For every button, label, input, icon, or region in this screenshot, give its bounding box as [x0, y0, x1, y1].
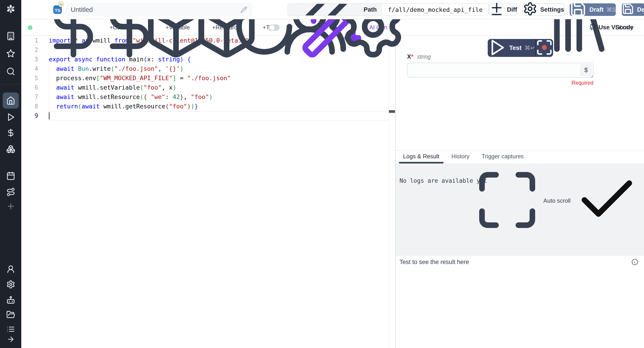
- home-icon: [6, 96, 15, 105]
- test-label: Test: [509, 44, 522, 52]
- line-number: 3: [21, 55, 38, 64]
- workspace-icon[interactable]: [6, 32, 15, 40]
- code-line: await wmill.setVariable("foo", x): [49, 83, 249, 92]
- favorites-icon[interactable]: [6, 49, 15, 58]
- overview-ruler-cursor-marker: [389, 110, 395, 113]
- argument-header: X* string: [407, 53, 431, 60]
- test-button[interactable]: Test ⌘↵: [488, 39, 535, 57]
- logs-panel: Auto scroll No logs are available yet: [396, 164, 644, 255]
- lsp-status-dot: [28, 25, 32, 30]
- script-title-field[interactable]: Untitled: [66, 3, 252, 16]
- search-icon[interactable]: [6, 67, 15, 76]
- line-number: 7: [21, 92, 38, 102]
- code-line: await wmill.setResource({ "we": 42}, "fo…: [49, 92, 249, 102]
- diff-icon: [489, 2, 504, 18]
- path-editor[interactable]: Path f/all/demo_mocked_api_file: [288, 3, 489, 16]
- overview-ruler: [389, 36, 389, 348]
- sidebar-item-home[interactable]: [3, 92, 19, 108]
- path-label: Path: [364, 6, 377, 13]
- bun-runtime-badge-icon: [58, 1, 64, 7]
- save-icon: [622, 3, 634, 16]
- diff-button[interactable]: Diff: [489, 3, 518, 16]
- argument-x-input[interactable]: [410, 64, 566, 76]
- code-line: [49, 111, 249, 120]
- line-number: 5: [21, 74, 38, 83]
- line-number: 1: [21, 36, 38, 45]
- draft-label: Draft: [589, 6, 604, 13]
- argument-name: X: [407, 53, 411, 60]
- tab-trigger-captures[interactable]: Trigger captures: [478, 151, 528, 164]
- sidebar: [0, 0, 21, 348]
- gear-icon: [523, 2, 537, 18]
- github-icon: [589, 24, 596, 31]
- variables-icon[interactable]: [6, 128, 15, 137]
- result-placeholder: Test to see the result here: [400, 259, 469, 266]
- expand-sidebar-icon[interactable]: [7, 335, 15, 343]
- user-icon[interactable]: [6, 265, 15, 274]
- draft-shortcut: ⌘S: [606, 6, 616, 13]
- line-number: 8: [21, 102, 38, 111]
- result-tabs: Logs & ResultHistoryTrigger captures: [396, 150, 644, 164]
- editor-settings-button[interactable]: [340, 19, 407, 36]
- auto-scroll-toggle[interactable]: Auto scroll: [474, 166, 640, 235]
- no-logs-message: No logs are available yet: [400, 177, 487, 184]
- path-value: f/all/demo_mocked_api_file: [382, 4, 488, 16]
- argument-input-wrap: $: [407, 63, 594, 78]
- preview-panel: Test ⌘↵ X* string $ Required Logs & Resu…: [396, 36, 644, 348]
- info-icon[interactable]: [632, 259, 638, 265]
- text-cursor: [49, 112, 50, 119]
- tab-history[interactable]: History: [448, 151, 474, 164]
- path-label-section[interactable]: Path: [288, 4, 382, 16]
- deploy-button[interactable]: Deploy: [622, 3, 644, 16]
- test-button-group: Test ⌘↵: [488, 39, 553, 57]
- check-icon: [573, 166, 640, 235]
- result-panel: Test to see the result here: [396, 255, 644, 348]
- resources-icon[interactable]: [6, 145, 15, 154]
- audit-logs-icon[interactable]: [6, 325, 15, 334]
- code-line: process.env["WM_MOCKED_API_FILE"] = "./f…: [49, 74, 249, 83]
- folders-icon[interactable]: [6, 310, 15, 319]
- workers-icon[interactable]: [6, 295, 15, 304]
- test-shortcut: ⌘↵: [524, 44, 535, 52]
- deploy-label: Deploy: [637, 6, 644, 13]
- editor-toolbar: +Context var +Variable +Resource +Type R…: [21, 19, 644, 36]
- runs-icon[interactable]: [6, 113, 15, 122]
- line-number-gutter: 123456789: [21, 36, 38, 120]
- line-number: 4: [21, 64, 38, 74]
- play-icon: [488, 39, 506, 57]
- expand-logs-icon[interactable]: [474, 166, 541, 235]
- schedules-icon[interactable]: [6, 171, 15, 180]
- use-vscode-button[interactable]: Use VScode: [589, 19, 634, 36]
- code-line: await Bun.write("./foo.json", '{}'): [49, 64, 249, 74]
- routes-icon[interactable]: [6, 188, 15, 196]
- settings-label: Settings: [540, 6, 564, 13]
- settings-button[interactable]: Settings: [522, 3, 564, 16]
- windmill-script-editor: TS Untitled Path f/all/demo_mocked_api_f…: [0, 0, 644, 348]
- use-vscode-label: Use VScode: [598, 24, 634, 31]
- topbar: TS Untitled Path f/all/demo_mocked_api_f…: [21, 0, 644, 19]
- line-number: 2: [21, 45, 38, 55]
- required-warning: Required: [407, 80, 594, 86]
- sidebar-divider: [0, 84, 21, 84]
- required-asterisk: *: [411, 53, 414, 60]
- code-line: return(await wmill.getResource("foo"))}: [49, 102, 249, 111]
- resize-grip-icon[interactable]: [589, 73, 594, 78]
- edit-path-icon: [293, 3, 360, 16]
- save-draft-button[interactable]: Draft ⌘S: [570, 3, 616, 16]
- workspace-settings-icon[interactable]: [6, 280, 15, 289]
- tab-logs-result[interactable]: Logs & Result: [399, 151, 443, 164]
- code-editor[interactable]: 123456789 import * as wmill from "windmi…: [21, 36, 395, 348]
- diff-label: Diff: [507, 6, 517, 13]
- line-number: 9: [21, 111, 38, 120]
- windmill-logo-icon[interactable]: [6, 4, 16, 14]
- auto-scroll-label: Auto scroll: [544, 197, 570, 204]
- edit-title-icon[interactable]: [240, 6, 247, 13]
- argument-type: string: [417, 54, 431, 60]
- save-icon: [570, 0, 586, 19]
- script-title: Untitled: [71, 6, 240, 14]
- line-number: 6: [21, 83, 38, 92]
- add-menu-icon[interactable]: [6, 202, 15, 211]
- multiplayer-toggle[interactable]: [269, 24, 280, 31]
